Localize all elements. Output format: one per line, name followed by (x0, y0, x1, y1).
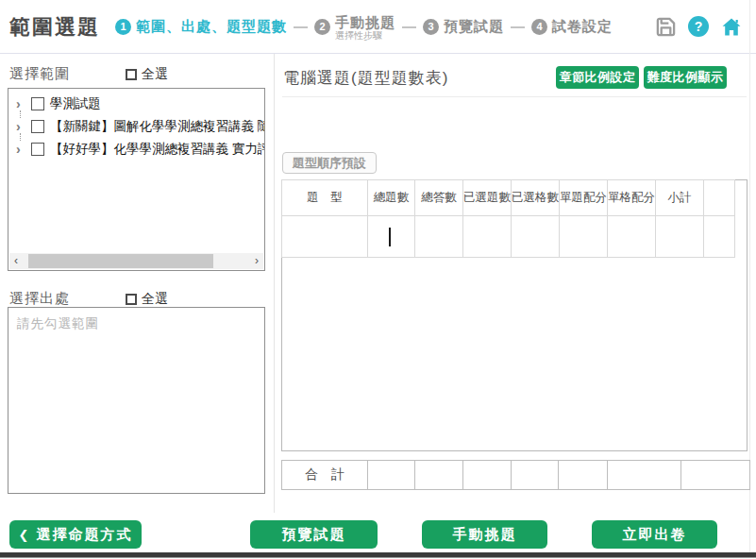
totals-table: 合 計 (281, 460, 750, 490)
col-selected-blanks: 已選格數 (512, 180, 560, 216)
totals-cell (608, 461, 681, 490)
app-window: 範圍選題 1 範圍、出處、題型題數 2 手動挑題 選擇性步驟 3 預覽試題 (0, 0, 756, 559)
preview-questions-button[interactable]: 預覽試題 (250, 520, 378, 549)
step-4-number: 4 (531, 19, 547, 35)
step-1-label: 範圍、出處、題型題數 (136, 18, 287, 36)
expand-chevron-icon[interactable]: › (16, 142, 27, 157)
totals-row: 合 計 (282, 461, 750, 490)
cell-points-per-question[interactable] (560, 216, 608, 258)
scroll-left-icon[interactable]: ‹ (9, 253, 23, 269)
question-type-table-container: 題 型 總題數 總答數 已選題數 已選格數 單題配分 單格配分 小計 (281, 179, 748, 451)
col-points-per-question: 單題配分 (560, 180, 608, 216)
table-row (282, 216, 735, 258)
step-3-label: 預覽試題 (444, 18, 504, 36)
cell-total-answers[interactable] (415, 216, 463, 258)
cell-points-per-blank[interactable] (608, 216, 656, 258)
range-select-all-checkbox[interactable]: 全選 (126, 66, 168, 83)
cell-total-questions-input[interactable] (368, 216, 415, 258)
col-selected-questions: 已選題數 (463, 180, 512, 216)
cell-question-type[interactable] (282, 216, 368, 258)
totals-cell (559, 461, 608, 490)
source-select-all-checkbox[interactable]: 全選 (126, 291, 168, 308)
manual-pick-button[interactable]: 手動挑題 (422, 520, 547, 549)
range-tree-list: › 學測試題 › 【新關鍵】圖解化學學測總複習講義 隨堂測驗 › 【好好學】化學… (8, 88, 265, 271)
tree-item-gsat-questions[interactable]: › 學測試題 (8, 93, 264, 115)
help-icon[interactable]: ? (687, 15, 710, 38)
totals-cell (512, 461, 559, 490)
step-1-number: 1 (115, 19, 131, 35)
step-1-range[interactable]: 1 範圍、出處、題型題數 (115, 18, 287, 36)
col-question-type: 題 型 (282, 180, 368, 216)
scrollbar-thumb[interactable] (28, 254, 213, 268)
step-separator (294, 26, 308, 28)
scroll-right-icon[interactable]: › (250, 253, 263, 269)
step-4-paper-settings[interactable]: 4 試卷設定 (531, 18, 613, 36)
home-icon[interactable] (720, 15, 743, 38)
step-separator (511, 26, 525, 28)
back-arrow-icon: ❮ (19, 528, 31, 542)
text-caret (389, 228, 391, 246)
step-2-number: 2 (314, 19, 330, 35)
col-extra (704, 180, 735, 216)
tree-item-new-key-book[interactable]: › 【新關鍵】圖解化學學測總複習講義 隨堂測驗 (8, 115, 264, 138)
section-divider (282, 96, 747, 97)
wizard-stepper: 1 範圍、出處、題型題數 2 手動挑題 選擇性步驟 3 預覽試題 4 試卷設定 (115, 0, 613, 54)
step-2-subtitle: 選擇性步驟 (335, 30, 395, 42)
table-header-row: 題 型 總題數 總答數 已選題數 已選格數 單題配分 單格配分 小計 (282, 180, 735, 216)
step-3-number: 3 (423, 19, 439, 35)
totals-cell (463, 461, 512, 490)
source-list-box: 請先勾選範圍 (8, 307, 265, 494)
checkbox-icon[interactable] (31, 97, 44, 110)
generate-paper-button[interactable]: 立即出卷 (592, 520, 717, 549)
expand-chevron-icon[interactable]: › (16, 119, 27, 134)
horizontal-scrollbar[interactable]: ‹ › (9, 253, 263, 269)
cell-subtotal[interactable] (656, 216, 704, 258)
source-select-all-label: 全選 (142, 291, 168, 308)
checkbox-icon (126, 69, 137, 80)
range-select-all-label: 全選 (142, 66, 168, 83)
col-total-questions: 總題數 (368, 180, 415, 216)
totals-cell (368, 461, 415, 490)
window-bottom-edge (0, 552, 756, 558)
question-type-table: 題 型 總題數 總答數 已選題數 已選格數 單題配分 單格配分 小計 (281, 179, 735, 258)
source-section-label: 選擇出處 (9, 290, 70, 308)
header-bar: 範圍選題 1 範圍、出處、題型題數 2 手動挑題 選擇性步驟 3 預覽試題 (0, 0, 756, 54)
cell-selected-blanks[interactable] (512, 216, 560, 258)
step-2-label: 手動挑題 (335, 14, 395, 30)
totals-cell (415, 461, 463, 490)
step-separator (402, 26, 416, 28)
col-points-per-blank: 單格配分 (608, 180, 656, 216)
tree-item-good-study-book[interactable]: › 【好好學】化學學測總複習講義 實力評量 (8, 138, 264, 161)
cell-selected-questions[interactable] (463, 216, 512, 258)
col-subtotal: 小計 (656, 180, 704, 216)
checkbox-icon (126, 294, 137, 305)
totals-label: 合 計 (282, 461, 368, 490)
question-type-order-preset-button[interactable]: 題型順序預設 (282, 152, 377, 174)
checkbox-icon[interactable] (31, 143, 44, 156)
source-placeholder-text: 請先勾選範圍 (8, 308, 264, 332)
page-title: 範圍選題 (9, 13, 100, 42)
cell-extra[interactable] (704, 216, 735, 258)
range-section-label: 選擇範圍 (9, 65, 70, 83)
difficulty-ratio-button[interactable]: 難度比例顯示 (644, 66, 727, 89)
chapter-ratio-button[interactable]: 章節比例設定 (556, 66, 639, 89)
choose-question-method-button[interactable]: ❮ 選擇命題方式 (9, 520, 142, 549)
expand-chevron-icon[interactable]: › (16, 96, 27, 111)
save-icon[interactable] (654, 15, 677, 38)
step-4-label: 試卷設定 (552, 18, 613, 36)
panel-divider (274, 54, 275, 513)
step-2-manual-pick[interactable]: 2 手動挑題 選擇性步驟 (314, 13, 395, 41)
totals-cell (681, 461, 750, 490)
checkbox-icon[interactable] (31, 120, 44, 133)
scrollbar-track (23, 253, 250, 269)
col-total-answers: 總答數 (415, 180, 463, 216)
computer-selection-title: 電腦選題(題型題數表) (283, 67, 448, 89)
step-3-preview[interactable]: 3 預覽試題 (423, 18, 504, 36)
